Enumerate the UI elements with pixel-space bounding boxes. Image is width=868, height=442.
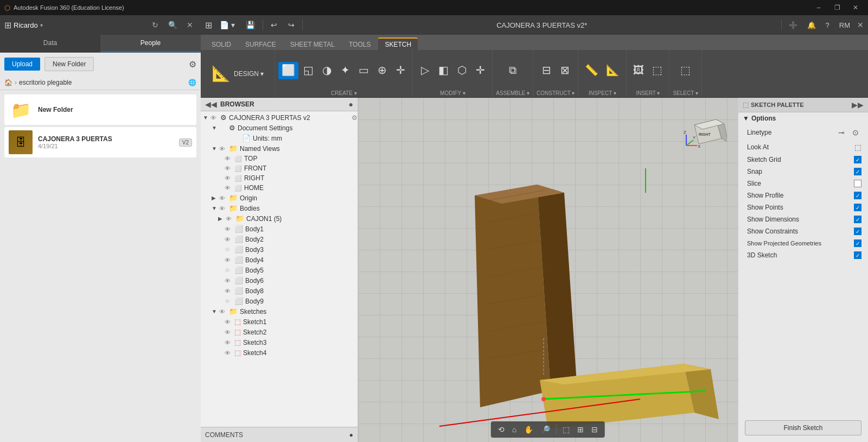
show-constraints-checkbox[interactable]: ✓ — [854, 228, 861, 235]
modify-btn2[interactable]: ◧ — [435, 62, 452, 79]
select-btn1[interactable]: ⬚ — [677, 62, 694, 79]
zoom-button[interactable]: 🔎 — [538, 424, 553, 435]
tree-body1[interactable]: 👁⬜Body1 — [201, 224, 358, 234]
tree-body5[interactable]: 👁⬜Body5 — [201, 265, 358, 275]
tree-view-top[interactable]: 👁 ⬜ TOP — [201, 154, 358, 163]
sketch-create-btn2[interactable]: ◱ — [299, 62, 317, 79]
browser-collapse-button[interactable]: ● — [349, 100, 353, 109]
tab-surface[interactable]: SURFACE — [239, 39, 283, 50]
tree-sketch1[interactable]: 👁⬚Sketch1 — [201, 317, 358, 327]
inspect-btn2[interactable]: 📐 — [603, 62, 623, 79]
tree-sketch2[interactable]: 👁⬚Sketch2 — [201, 327, 358, 337]
undo-button[interactable]: ↩ — [267, 18, 280, 31]
modify-btn4[interactable]: ✛ — [471, 62, 489, 79]
tree-body8[interactable]: 👁⬜Body8 — [201, 286, 358, 296]
home-icon[interactable]: 🏠 — [4, 79, 12, 86]
home-view-button[interactable]: ⌂ — [509, 424, 519, 435]
tree-sketch4[interactable]: 👁⬚Sketch4 — [201, 348, 358, 358]
tree-body4[interactable]: 👁⬜Body4 — [201, 255, 358, 265]
tree-view-home[interactable]: 👁 ⬜ HOME — [201, 183, 358, 193]
new-folder-button[interactable]: New Folder — [44, 57, 94, 71]
palette-options-header[interactable]: ▼ Options — [738, 112, 868, 124]
linetype-dashed-button[interactable]: ⊙ — [850, 127, 861, 138]
linetype-solid-button[interactable]: ⊸ — [835, 127, 847, 138]
modify-btn1[interactable]: ▷ — [416, 62, 433, 79]
tab-solid[interactable]: SOLID — [205, 39, 238, 50]
tab-sheet-metal[interactable]: SHEET METAL — [284, 39, 341, 50]
tree-body9[interactable]: 👁⬜Body9 — [201, 296, 358, 306]
lookat-button[interactable]: ⬚ — [854, 143, 861, 151]
restore-button[interactable]: ❐ — [829, 2, 845, 13]
slice-checkbox[interactable] — [854, 180, 861, 187]
design-button[interactable]: 📐 DESIGN ▾ — [206, 61, 269, 86]
tree-bodies[interactable]: ▼ 👁 📁 Bodies — [201, 203, 358, 213]
slice-button[interactable]: ⊟ — [589, 424, 601, 435]
sketch-create-btn3[interactable]: ◑ — [318, 62, 335, 79]
globe-icon[interactable]: 🌐 — [188, 79, 196, 86]
viewport[interactable]: X Z Y RIGHT ⟲ ⌂ ✋ 🔎 ⬚ ⊞ ⊟ — [358, 98, 738, 442]
tab-tools[interactable]: TOOLS — [342, 39, 377, 50]
tab-people[interactable]: People — [100, 35, 201, 52]
finish-sketch-button[interactable]: Finish Sketch — [745, 420, 861, 435]
tab-data[interactable]: Data — [0, 35, 100, 52]
display-mode-button[interactable]: ⬚ — [560, 424, 572, 435]
show-dimensions-checkbox[interactable]: ✓ — [854, 216, 861, 223]
tree-document-settings[interactable]: ▼ · ⚙ Document Settings — [201, 123, 358, 133]
assemble-btn1[interactable]: ⧉ — [504, 62, 521, 79]
show-profile-checkbox[interactable]: ✓ — [854, 192, 861, 199]
close-button[interactable]: ✕ — [847, 2, 864, 13]
add-tab-button[interactable]: ➕ — [786, 20, 800, 30]
user-menu[interactable]: ⊞ Ricardo ▾ — [4, 20, 43, 30]
tree-root[interactable]: ▼ 👁 ⚙ CAJONERA 3 PUERTAS v2 ⚙ — [201, 112, 358, 123]
tree-origin[interactable]: ▶ 👁 📁 Origin — [201, 193, 358, 203]
sketch-grid-checkbox[interactable]: ✓ — [854, 156, 861, 163]
tab-sketch[interactable]: SKETCH — [378, 37, 418, 50]
palette-expand-button[interactable]: ▶▶ — [852, 100, 864, 109]
file-menu-button[interactable]: 📄 ▾ — [216, 18, 238, 31]
sketch-create-btn1[interactable]: ⬜ — [278, 62, 298, 79]
sketch-create-btn5[interactable]: ▭ — [355, 62, 372, 79]
insert-btn2[interactable]: ⬚ — [648, 62, 666, 79]
doc-close-button[interactable]: ✕ — [857, 21, 864, 29]
show-points-checkbox[interactable]: ✓ — [854, 204, 861, 211]
search-button[interactable]: 🔍 — [166, 18, 179, 31]
save-button[interactable]: 💾 — [242, 18, 258, 31]
list-item[interactable]: 🗄 CAJONERA 3 PUERTAS 4/19/21 V2 — [4, 127, 196, 157]
sketch-create-btn6[interactable]: ⊕ — [373, 62, 391, 79]
refresh-button[interactable]: ↻ — [149, 18, 162, 31]
sketch-3d-checkbox[interactable]: ✓ — [854, 251, 861, 259]
sketch-create-btn4[interactable]: ✦ — [336, 62, 354, 79]
version-badge[interactable]: V2 — [179, 138, 192, 147]
list-item[interactable]: 📁 New Folder — [4, 94, 196, 125]
construct-btn1[interactable]: ⊟ — [538, 62, 555, 79]
redo-button[interactable]: ↪ — [285, 18, 298, 31]
breadcrumb-path[interactable]: escritorio plegable — [19, 79, 72, 86]
construct-btn2[interactable]: ⊠ — [556, 62, 573, 79]
minimize-button[interactable]: – — [810, 2, 827, 13]
view-cube[interactable]: X Z Y RIGHT — [684, 109, 727, 152]
insert-btn1[interactable]: 🖼 — [630, 62, 647, 79]
modify-btn3[interactable]: ⬡ — [453, 62, 470, 79]
tree-body3[interactable]: 👁⬜Body3 — [201, 244, 358, 255]
pan-button[interactable]: ✋ — [521, 424, 536, 435]
tree-sketches[interactable]: ▼ 👁 📁 Sketches — [201, 306, 358, 317]
user-account-button[interactable]: RM — [837, 20, 853, 30]
comments-toggle[interactable]: ● — [349, 431, 353, 439]
help-button[interactable]: ? — [823, 20, 832, 30]
show-projected-checkbox[interactable]: ✓ — [854, 239, 861, 247]
tree-sketch3[interactable]: 👁⬚Sketch3 — [201, 337, 358, 348]
orbit-button[interactable]: ⟲ — [495, 424, 507, 435]
root-settings-icon[interactable]: ⚙ — [352, 114, 358, 122]
tree-view-front[interactable]: 👁 ⬜ FRONT — [201, 163, 358, 173]
upload-button[interactable]: Upload — [4, 58, 40, 71]
close-panel-button[interactable]: ✕ — [183, 18, 196, 31]
tree-body2[interactable]: 👁⬜Body2 — [201, 234, 358, 244]
browser-back-button[interactable]: ◀◀ — [205, 100, 217, 109]
notifications-button[interactable]: 🔔 — [805, 20, 819, 30]
sketch-create-btn7[interactable]: ✛ — [392, 62, 409, 79]
tree-cajon1[interactable]: ▶ 👁 📁 CAJON1 (5) — [201, 213, 358, 224]
grid-toggle-button[interactable]: ⊞ — [575, 424, 586, 435]
inspect-btn1[interactable]: 📏 — [582, 62, 602, 79]
tree-units[interactable]: · · 📄 Units: mm — [201, 133, 358, 143]
tree-body6[interactable]: 👁⬜Body6 — [201, 275, 358, 286]
